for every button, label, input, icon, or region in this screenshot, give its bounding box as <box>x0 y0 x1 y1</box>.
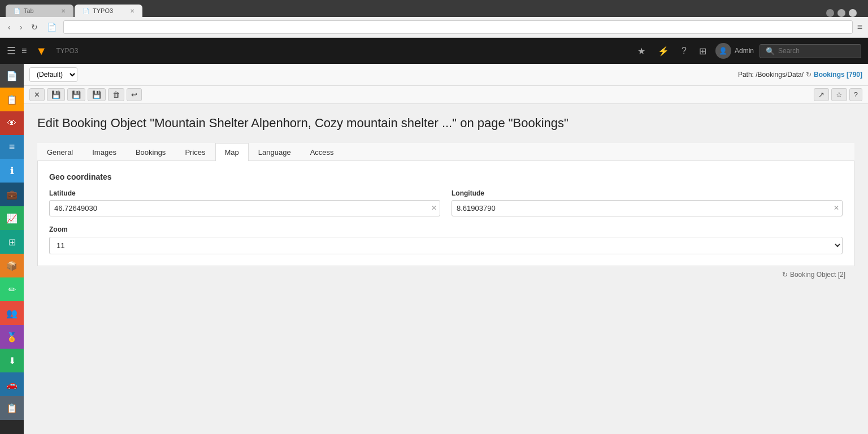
sidebar-item-briefcase[interactable]: 💼 <box>0 183 24 206</box>
open-button[interactable]: ↗ <box>814 88 829 101</box>
browser-tab-1[interactable]: 📄 Tab ✕ <box>6 5 73 17</box>
search-box[interactable]: 🔍 <box>760 44 861 58</box>
info-icon: ℹ <box>10 166 14 176</box>
help-info-button[interactable]: ? <box>849 88 862 101</box>
sidebar-item-list[interactable]: ≡ <box>0 135 24 159</box>
latitude-input[interactable] <box>49 200 440 216</box>
longitude-clear-button[interactable]: ✕ <box>834 204 839 212</box>
sidebar-item-view[interactable]: 👁 <box>0 111 24 135</box>
hamburger-menu-button[interactable]: ☰ <box>7 45 16 57</box>
user-name: Admin <box>735 47 754 55</box>
sidebar-item-chart[interactable]: 📈 <box>0 206 24 230</box>
delete-icon: 🗑 <box>112 90 120 99</box>
longitude-field: Longitude ✕ <box>452 189 843 216</box>
tab-access[interactable]: Access <box>301 143 344 161</box>
tab-favicon-2: 📄 <box>83 8 89 14</box>
main-layout: 📄 📋 👁 ≡ ℹ 💼 📈 ⊞ 📦 ✏ 👥 <box>0 64 868 434</box>
sidebar-item-file[interactable]: 📄 <box>0 64 24 88</box>
footer-icon: ↻ <box>782 271 788 279</box>
chart-icon: 📈 <box>6 213 18 224</box>
tab-bookings[interactable]: Bookings <box>126 143 175 161</box>
sidebar-item-people[interactable]: 👥 <box>0 301 24 325</box>
latitude-input-wrap: ✕ <box>49 200 440 216</box>
browser-toolbar: ‹ › ↻ 📄 ≡ <box>0 17 868 38</box>
star-button[interactable]: ☆ <box>831 88 847 101</box>
flash-button[interactable]: ⚡ <box>654 44 672 59</box>
home-button[interactable]: 📄 <box>45 21 59 33</box>
sidebar-item-table[interactable]: ⊞ <box>0 230 24 254</box>
tab-prices[interactable]: Prices <box>175 143 215 161</box>
footer-info: ↻ Booking Object [2] <box>37 266 854 283</box>
save-close-icon: 💾 <box>72 90 81 99</box>
sidebar-item-edit[interactable]: 📋 <box>0 88 24 111</box>
tab-bar: General Images Bookings Prices Map Langu… <box>37 143 854 161</box>
tab-images[interactable]: Images <box>83 143 126 161</box>
grid-button[interactable]: ⊞ <box>696 44 710 59</box>
tab-favicon: 📄 <box>14 8 20 14</box>
save-icon: 💾 <box>51 90 60 99</box>
sidebar-item-clipboard[interactable]: 📋 <box>0 396 24 420</box>
search-icon: 🔍 <box>766 47 775 55</box>
list-view-button[interactable]: ≡ <box>21 46 27 56</box>
zoom-select[interactable]: 11 1 2 3 4 5 6 7 8 9 10 12 13 14 <box>49 237 843 254</box>
save-new-button[interactable]: 💾 <box>88 88 106 101</box>
browser-tab-2[interactable]: 📄 TYPO3 ✕ <box>75 5 142 17</box>
longitude-label: Longitude <box>452 189 843 197</box>
undo-icon: ↩ <box>131 90 137 99</box>
save-close-button[interactable]: 💾 <box>67 88 85 101</box>
app-header: ☰ ≡ ▼ TYPO3 ★ ⚡ ? ⊞ 👤 Admin 🔍 <box>0 38 868 64</box>
view-dropdown[interactable]: (Default) <box>29 67 77 82</box>
table-icon: ⊞ <box>8 237 16 248</box>
tab-general[interactable]: General <box>37 143 83 161</box>
user-menu[interactable]: 👤 Admin <box>715 43 754 59</box>
sidebar-item-car[interactable]: 🚗 <box>0 372 24 396</box>
car-icon: 🚗 <box>6 379 18 390</box>
traffic-dot-2 <box>837 9 845 17</box>
app-logo: ▼ <box>36 45 47 58</box>
zoom-section: Zoom 11 1 2 3 4 5 6 7 8 9 10 12 1 <box>49 225 843 254</box>
file-icon: 📄 <box>6 71 18 81</box>
sidebar-item-medal[interactable]: 🏅 <box>0 325 24 349</box>
cancel-button[interactable]: ✕ <box>29 88 45 101</box>
save-new-icon: 💾 <box>92 90 101 99</box>
people-icon: 👥 <box>6 308 18 319</box>
save-button[interactable]: 💾 <box>47 88 65 101</box>
sidebar-item-info[interactable]: ℹ <box>0 159 24 183</box>
address-bar[interactable] <box>63 20 852 34</box>
path-icon: ↻ <box>806 71 811 79</box>
section-title-geo: Geo coordinates <box>49 172 843 181</box>
browser-menu-button[interactable]: ≡ <box>857 22 862 32</box>
edit-icon: 📋 <box>6 94 18 105</box>
back-button[interactable]: ‹ <box>6 21 13 33</box>
latitude-clear-button[interactable]: ✕ <box>431 204 437 212</box>
path-prefix: Path: /Bookings/Data/ <box>738 71 804 79</box>
tab-language[interactable]: Language <box>249 143 301 161</box>
sidebar-item-box[interactable]: 📦 <box>0 254 24 277</box>
delete-button[interactable]: 🗑 <box>108 88 124 101</box>
medal-icon: 🏅 <box>6 332 18 342</box>
pen-icon: ✏ <box>8 284 16 295</box>
reload-button[interactable]: ↻ <box>29 21 40 33</box>
favorites-button[interactable]: ★ <box>634 44 649 59</box>
help-button[interactable]: ? <box>678 44 690 58</box>
longitude-input[interactable] <box>452 200 843 216</box>
search-input[interactable] <box>778 47 846 55</box>
latitude-field: Latitude ✕ <box>49 189 440 216</box>
path-link[interactable]: Bookings [790] <box>814 71 862 79</box>
tab-close-1[interactable]: ✕ <box>61 8 66 14</box>
coordinates-row: Latitude ✕ Longitude ✕ <box>49 189 843 216</box>
tab-label-2: TYPO3 <box>93 7 113 14</box>
tab-close-2[interactable]: ✕ <box>130 8 134 14</box>
sidebar-item-pen[interactable]: ✏ <box>0 277 24 301</box>
undo-button[interactable]: ↩ <box>127 88 142 101</box>
right-action-buttons: ↗ ☆ ? <box>814 88 862 101</box>
tab-map[interactable]: Map <box>215 143 249 161</box>
user-avatar: 👤 <box>715 43 731 59</box>
zoom-label: Zoom <box>49 225 843 233</box>
sidebar-item-download[interactable]: ⬇ <box>0 349 24 372</box>
app-name: TYPO3 <box>56 47 78 55</box>
cancel-icon: ✕ <box>34 90 40 99</box>
traffic-dot-3 <box>849 9 857 17</box>
forward-button[interactable]: › <box>18 21 25 33</box>
content-toolbar: (Default) Path: /Bookings/Data/ ↻ Bookin… <box>24 64 868 86</box>
